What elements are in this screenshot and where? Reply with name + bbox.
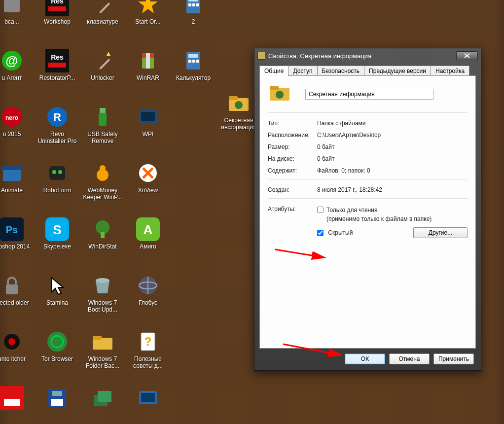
svg-point-58: [47, 332, 67, 352]
svg-marker-18: [107, 52, 110, 56]
desktop-icon-label: Windows 7 Boot Upd...: [81, 299, 124, 313]
tab-previous-versions[interactable]: Предыдущие версии: [364, 66, 431, 76]
desktop-icon[interactable]: [126, 384, 170, 424]
app-icon: [136, 386, 160, 410]
desktop-icon[interactable]: otected older: [0, 271, 34, 325]
app-icon: [91, 330, 114, 353]
desktop-icon[interactable]: WinRAR: [126, 46, 170, 101]
contains-label: Содержит:: [268, 167, 317, 174]
desktop-icon[interactable]: neroo 2015: [0, 103, 34, 157]
svg-rect-21: [146, 53, 150, 69]
desktop-icon-label: otected older: [0, 299, 33, 306]
created-value: 8 июля 2017 г., 18:28:42: [317, 186, 468, 193]
folder-name-input[interactable]: [305, 89, 433, 100]
desktop-icon[interactable]: [36, 384, 79, 424]
desktop-icon[interactable]: @u Агент: [0, 46, 34, 101]
app-icon: [0, 0, 24, 16]
desktop-icon[interactable]: 2: [172, 0, 215, 44]
svg-text:R: R: [53, 111, 61, 123]
svg-rect-9: [188, 3, 191, 6]
size-label: Размер:: [268, 143, 317, 150]
desktop-icon[interactable]: WinDirStat: [81, 215, 124, 269]
desktop-icon[interactable]: USB Safely Remove: [81, 103, 124, 157]
svg-text:Res: Res: [51, 53, 64, 61]
desktop-icon[interactable]: Windows 7 Folder Bac...: [81, 327, 124, 382]
app-icon: A: [136, 217, 160, 241]
desktop-icon[interactable]: Windows 7 Boot Upd...: [81, 271, 124, 325]
desktop-icon[interactable]: Калькулятор: [172, 46, 215, 101]
desktop-icon[interactable]: WPI: [126, 103, 170, 157]
hidden-checkbox[interactable]: [317, 230, 324, 236]
desktop-icon[interactable]: ResRestoratorP...: [36, 46, 79, 101]
desktop-icon[interactable]: Глобус: [126, 271, 170, 325]
app-icon: [136, 105, 160, 129]
desktop-icon-label: Амиго: [127, 243, 169, 250]
app-icon: nero: [0, 105, 24, 129]
desktop-icon[interactable]: [0, 384, 34, 424]
readonly-checkbox[interactable]: [317, 207, 324, 213]
titlebar[interactable]: Свойства: Секретная информация: [254, 48, 481, 63]
svg-rect-36: [1, 166, 23, 170]
desktop-icon[interactable]: Tor Browser: [36, 327, 79, 382]
svg-text:Ps: Ps: [6, 224, 18, 235]
desktop-icon[interactable]: SSkype.exe: [36, 215, 79, 269]
window-title: Свойства: Секретная информация: [268, 52, 456, 60]
app-icon: [136, 161, 160, 185]
apply-button[interactable]: Применить: [433, 353, 474, 364]
svg-text:A: A: [144, 222, 153, 237]
svg-point-53: [96, 278, 109, 283]
svg-rect-70: [98, 391, 111, 402]
desktop-icon-label: Start Or...: [127, 18, 169, 25]
desktop-icon[interactable]: RRevo Uninstaller Pro: [36, 103, 79, 157]
app-icon: [0, 330, 24, 353]
disk-value: 0 байт: [317, 155, 468, 162]
readonly-hint: (применимо только к файлам в папке): [326, 215, 432, 222]
contains-value: Файлов: 0; папок: 0: [317, 167, 468, 174]
app-icon: [0, 161, 24, 185]
desktop-icon[interactable]: Stamina: [36, 271, 79, 325]
desktop-icon[interactable]: ?Полезные советы д...: [126, 327, 170, 382]
desktop-icon[interactable]: bca...: [0, 0, 34, 44]
desktop-icon[interactable]: ResWorkshop: [36, 0, 79, 44]
svg-rect-24: [188, 60, 191, 63]
svg-rect-31: [100, 108, 106, 113]
cancel-button[interactable]: Отмена: [389, 353, 430, 364]
app-icon: S: [45, 217, 69, 241]
svg-rect-7: [186, 0, 200, 13]
desktop-icon-label: o 2015: [0, 131, 33, 138]
app-icon: Res: [45, 49, 69, 72]
desktop-icon-label: клавиатуре: [81, 18, 124, 25]
desktop-icon[interactable]: Start Or...: [126, 0, 170, 44]
svg-rect-77: [270, 86, 279, 90]
app-icon: Res: [45, 0, 69, 16]
desktop-icon-label: Revo Uninstaller Pro: [36, 131, 78, 144]
desktop-icon[interactable]: Unlocker: [81, 46, 124, 101]
svg-rect-64: [0, 386, 24, 410]
other-button[interactable]: Другие...: [413, 227, 468, 238]
ok-button[interactable]: ОК: [345, 353, 385, 364]
tab-security[interactable]: Безопасность: [317, 66, 365, 76]
desktop-icon-label: WPI: [127, 131, 169, 138]
desktop-icon[interactable]: клавиатуре: [81, 0, 124, 44]
app-icon: [45, 386, 69, 410]
tab-sharing[interactable]: Доступ: [288, 66, 317, 76]
svg-point-41: [100, 165, 106, 171]
app-icon: [91, 217, 114, 241]
desktop-icon-label: RoboForm: [36, 187, 78, 194]
tab-general[interactable]: Общие: [259, 66, 288, 76]
desktop-icon[interactable]: unto itcher: [0, 327, 34, 382]
desktop-icon[interactable]: Psotoshop 2014: [0, 215, 34, 269]
desktop-icon[interactable]: [81, 384, 124, 424]
desktop-icon[interactable]: XnView: [126, 159, 170, 213]
close-button[interactable]: [456, 51, 478, 60]
desktop-icon-label: Skype.exe: [36, 243, 78, 250]
svg-text:nero: nero: [5, 114, 18, 121]
tab-customize[interactable]: Настройка: [431, 66, 469, 76]
app-icon: Ps: [0, 217, 24, 241]
desktop-icon[interactable]: AАмиго: [126, 215, 170, 269]
desktop-icon[interactable]: RoboForm: [36, 159, 79, 213]
desktop-icon[interactable]: Animate: [0, 159, 34, 213]
desktop-icon[interactable]: WebMoney Keeper WinP...: [81, 159, 124, 213]
svg-text:?: ?: [144, 335, 152, 348]
folder-icon: [227, 91, 251, 115]
